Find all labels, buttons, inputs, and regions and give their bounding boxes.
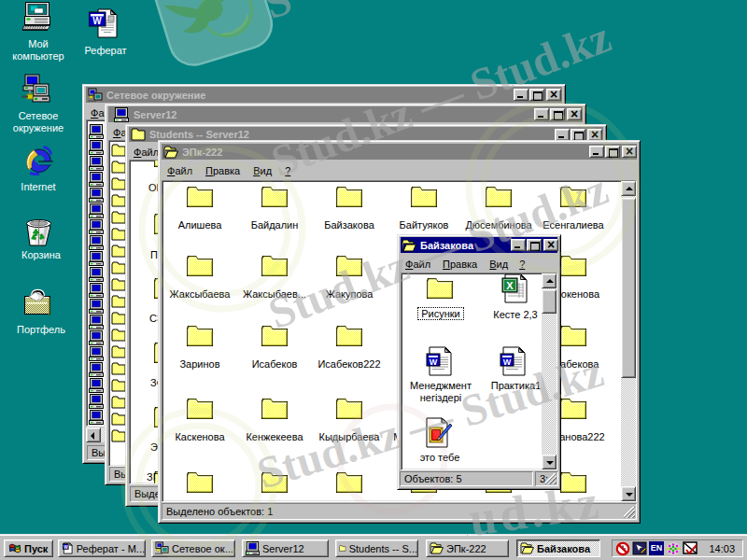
svg-text:W: W — [92, 16, 102, 26]
